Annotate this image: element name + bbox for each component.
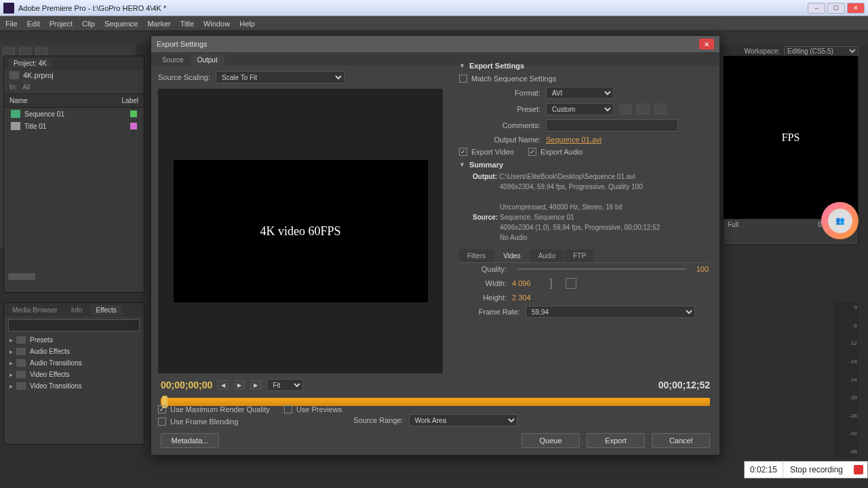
frame-blending-checkbox[interactable] xyxy=(158,418,166,426)
folder-icon xyxy=(16,336,26,344)
workspace-dropdown[interactable]: Editing (CS5.5) xyxy=(784,46,859,56)
menu-marker[interactable]: Marker xyxy=(147,20,170,28)
sequence-icon xyxy=(11,110,20,118)
queue-button[interactable]: Queue xyxy=(521,433,580,448)
source-scaling-label: Source Scaling: xyxy=(158,73,210,81)
source-scaling-dropdown[interactable]: Scale To Fit xyxy=(216,71,344,83)
preview-content: 4K video 60FPS xyxy=(174,160,428,302)
zoom-fit-dropdown[interactable]: Fit xyxy=(267,379,303,391)
project-columns[interactable]: NameLabel xyxy=(4,94,144,108)
cancel-button[interactable]: Cancel xyxy=(652,433,710,448)
metadata-button[interactable]: Metadata... xyxy=(161,433,219,448)
quality-value[interactable]: 100 xyxy=(696,265,709,273)
format-label: Format: xyxy=(459,89,540,97)
frame-rate-dropdown[interactable]: 59,94 xyxy=(526,306,695,318)
menu-edit[interactable]: Edit xyxy=(27,20,40,28)
menu-file[interactable]: File xyxy=(5,20,18,28)
format-dropdown[interactable]: AVI xyxy=(546,87,614,99)
twirl-icon[interactable]: ▼ xyxy=(459,161,465,168)
export-audio-label: Export Audio xyxy=(540,148,583,156)
presets-folder[interactable]: ▸Presets xyxy=(4,334,144,346)
quality-slider[interactable] xyxy=(517,268,686,270)
screen-recorder-overlay: 0:02:15 Stop recording xyxy=(744,461,868,479)
maximize-button[interactable]: ☐ xyxy=(827,3,845,14)
step-back-button[interactable]: ◀ xyxy=(218,380,229,390)
start-timecode[interactable]: 00;00;00;00 xyxy=(161,380,212,390)
match-sequence-label: Match Sequence Settings xyxy=(471,75,556,83)
folder-icon xyxy=(16,348,26,355)
menu-window[interactable]: Window xyxy=(203,20,230,28)
export-video-checkbox[interactable] xyxy=(459,148,467,156)
project-item-title[interactable]: Title 01 xyxy=(4,120,144,132)
folder-icon xyxy=(16,359,26,367)
use-previews-checkbox[interactable] xyxy=(284,405,292,413)
width-value[interactable]: 4 096 xyxy=(512,279,531,287)
dialog-close-button[interactable]: ✕ xyxy=(699,39,714,49)
window-title: Adobe Premiere Pro - I:\GoPro HERO 4\4K … xyxy=(18,4,808,12)
tab-filters[interactable]: Filters xyxy=(459,249,494,262)
menu-title[interactable]: Title xyxy=(180,20,194,28)
dialog-title-bar[interactable]: Export Settings ✕ xyxy=(151,36,719,52)
max-render-label: Use Maximum Render Quality xyxy=(170,405,270,413)
menu-project[interactable]: Project xyxy=(50,20,73,28)
link-dimensions-checkbox[interactable] xyxy=(566,278,576,289)
export-audio-checkbox[interactable] xyxy=(528,148,536,156)
export-button[interactable]: Export xyxy=(587,433,645,448)
menu-sequence[interactable]: Sequence xyxy=(104,20,138,28)
tab-ftp[interactable]: FTP xyxy=(565,249,594,262)
tab-source[interactable]: Source xyxy=(155,54,191,66)
effects-search[interactable] xyxy=(8,319,140,331)
step-fwd-button[interactable]: ▶ xyxy=(250,380,261,390)
play-button[interactable]: ▶ xyxy=(234,380,245,390)
scrollbar[interactable] xyxy=(8,273,35,280)
tab-audio[interactable]: Audio xyxy=(530,249,564,262)
delete-preset-icon[interactable] xyxy=(654,104,667,115)
menu-clip[interactable]: Clip xyxy=(82,20,95,28)
output-name-link[interactable]: Sequence 01.avi xyxy=(546,136,601,144)
project-file: 4K.prproj xyxy=(4,70,144,81)
record-icon: 👥 xyxy=(828,209,852,233)
summary-block: Output: C:\Users\EliteBook\Desktop\Seque… xyxy=(459,171,709,243)
frame-rate-label: Frame Rate: xyxy=(459,308,520,316)
height-value[interactable]: 2 304 xyxy=(512,293,531,302)
save-preset-icon[interactable] xyxy=(619,104,631,115)
minimize-button[interactable]: – xyxy=(808,3,825,14)
height-label: Height: xyxy=(459,293,507,302)
twirl-icon[interactable]: ▼ xyxy=(459,62,465,69)
stop-recording-button[interactable]: Stop recording xyxy=(783,465,850,474)
col-label: Label xyxy=(122,97,138,104)
project-item-sequence[interactable]: Sequence 01 xyxy=(4,108,144,120)
window-controls: – ☐ ✕ xyxy=(808,3,865,14)
close-button[interactable]: ✕ xyxy=(847,3,865,14)
frame-blending-label: Use Frame Blending xyxy=(170,418,238,426)
label-swatch xyxy=(130,110,137,117)
recorder-time: 0:02:15 xyxy=(745,461,783,479)
app-icon xyxy=(3,3,14,14)
audio-transitions-folder[interactable]: ▸Audio Transitions xyxy=(4,357,144,369)
max-render-quality-checkbox[interactable] xyxy=(158,405,166,413)
preset-dropdown[interactable]: Custom xyxy=(546,103,614,115)
video-transitions-folder[interactable]: ▸Video Transitions xyxy=(4,380,144,392)
menu-bar: File Edit Project Clip Sequence Marker T… xyxy=(0,16,868,31)
tab-media-browser[interactable]: Media Browser xyxy=(7,305,63,315)
folder-icon xyxy=(16,371,26,378)
match-sequence-checkbox[interactable] xyxy=(459,75,467,83)
video-effects-folder[interactable]: ▸Video Effects xyxy=(4,369,144,380)
tab-output[interactable]: Output xyxy=(191,54,224,66)
title-bar: Adobe Premiere Pro - I:\GoPro HERO 4\4K … xyxy=(0,0,868,16)
zoom-level[interactable]: Full xyxy=(728,221,738,228)
audio-effects-folder[interactable]: ▸Audio Effects xyxy=(4,346,144,357)
menu-help[interactable]: Help xyxy=(239,20,255,28)
comments-input[interactable] xyxy=(546,119,678,131)
import-preset-icon[interactable] xyxy=(637,104,649,115)
program-preview: FPS xyxy=(724,56,858,219)
all-label: All xyxy=(22,83,30,91)
quality-label: Quality: xyxy=(459,265,507,273)
audio-meter: 0-6-12-18-24-30-36-42dB xyxy=(835,302,859,458)
tab-effects[interactable]: Effects xyxy=(90,305,121,315)
record-badge[interactable]: 👥 xyxy=(821,202,859,239)
tab-video[interactable]: Video xyxy=(495,249,528,262)
tab-info[interactable]: Info xyxy=(66,305,88,315)
project-tab[interactable]: Project: 4K xyxy=(8,58,52,68)
export-settings-dialog: Export Settings ✕ Source Output Source S… xyxy=(151,35,720,455)
